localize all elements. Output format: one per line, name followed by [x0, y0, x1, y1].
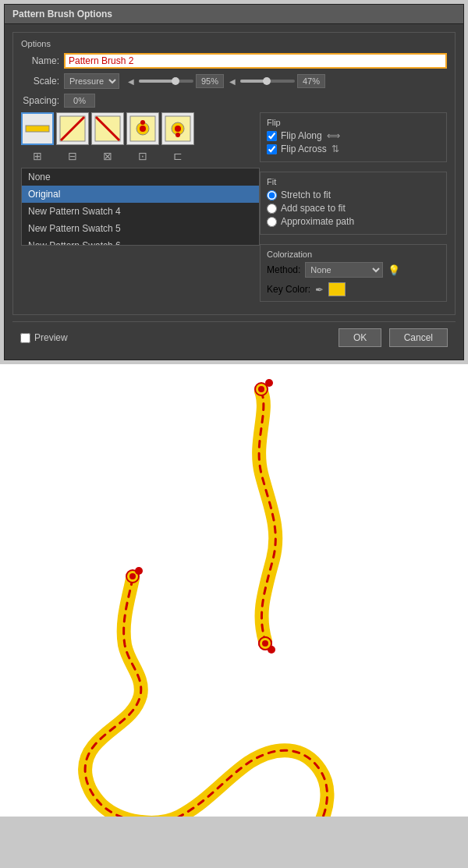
ok-button[interactable]: OK: [339, 328, 381, 347]
name-input[interactable]: [64, 53, 447, 69]
fit-addspace-radio[interactable]: [267, 204, 277, 214]
flip-across-checkbox[interactable]: [267, 144, 277, 154]
flip-along-row: Flip Along ⟺: [267, 130, 440, 141]
svg-rect-0: [26, 126, 49, 132]
method-label: Method:: [267, 264, 300, 275]
scale-row: Scale: Pressure Fixed ◀ ◀: [21, 73, 447, 89]
flip-across-icon[interactable]: ⇅: [332, 143, 339, 154]
icon-btn-3[interactable]: ⊠: [91, 147, 124, 165]
flip-across-label: Flip Across: [281, 143, 327, 154]
tile-3[interactable]: [91, 112, 124, 145]
svg-point-15: [265, 379, 273, 387]
pattern-list[interactable]: None Original New Pattern Swatch 4 New P…: [21, 168, 260, 246]
cancel-button[interactable]: Cancel: [389, 328, 448, 347]
list-item-swatch5[interactable]: New Pattern Swatch 5: [22, 220, 259, 237]
flip-along-checkbox[interactable]: [267, 131, 277, 141]
dialog-title: Pattern Brush Options: [5, 5, 463, 24]
scale-label: Scale:: [21, 76, 64, 87]
fit-label: Fit: [267, 177, 440, 186]
icon-btn-1[interactable]: ⊞: [21, 147, 54, 165]
list-item-swatch4[interactable]: New Pattern Swatch 4: [22, 203, 259, 220]
svg-point-21: [135, 567, 143, 575]
method-select[interactable]: None Tints Tints and Shades Hue Shift: [305, 262, 383, 278]
svg-point-26: [262, 640, 268, 647]
brush-illustration: [0, 364, 468, 817]
canvas-area: [0, 364, 468, 817]
method-row: Method: None Tints Tints and Shades Hue …: [267, 262, 440, 278]
fit-section: Fit Stretch to fit Add space to fit Appr…: [260, 172, 447, 235]
tile-1[interactable]: [21, 112, 54, 145]
preview-checkbox[interactable]: [20, 333, 30, 343]
slider-track-2[interactable]: [240, 80, 295, 83]
fit-stretch-radio[interactable]: [267, 190, 277, 200]
left-panel: ⊞ ⊟ ⊠ ⊡ ⊏ None Original New Pattern Swat…: [21, 112, 260, 306]
flip-along-icon[interactable]: ⟺: [327, 130, 340, 141]
right-panel: Flip Flip Along ⟺ Flip Across ⇅: [260, 112, 447, 306]
list-item-swatch6[interactable]: New Pattern Swatch 6: [22, 237, 259, 246]
spacing-row: Spacing:: [21, 94, 447, 108]
fit-approximate-label: Approximate path: [281, 216, 354, 227]
key-color-label: Key Color:: [267, 284, 310, 295]
svg-point-7: [140, 126, 146, 132]
bottom-bar: Preview OK Cancel: [12, 321, 456, 352]
options-label: Options: [21, 39, 447, 48]
tip-icon[interactable]: 💡: [388, 264, 400, 276]
slider-track-1[interactable]: [139, 80, 193, 83]
icon-btn-4[interactable]: ⊡: [126, 147, 159, 165]
flip-along-label: Flip Along: [281, 130, 322, 141]
spacing-input[interactable]: [64, 94, 95, 108]
small-scale-icon-2: ◀: [229, 77, 236, 86]
scale-slider-2: ◀: [227, 74, 325, 88]
scale-method-select[interactable]: Pressure Fixed: [64, 73, 119, 89]
fit-addspace-label: Add space to fit: [281, 203, 346, 214]
svg-point-14: [258, 386, 264, 392]
options-section: Options Name: Scale: Pressure Fixed ◀: [12, 32, 456, 315]
scale-pct1-input[interactable]: [196, 74, 224, 88]
tile-2[interactable]: [56, 112, 89, 145]
tiles-row: [21, 112, 260, 145]
brush-area: ⊞ ⊟ ⊠ ⊡ ⊏ None Original New Pattern Swat…: [21, 112, 447, 306]
flip-across-row: Flip Across ⇅: [267, 143, 440, 154]
eyedropper-icon[interactable]: ✒: [315, 284, 324, 296]
tile-4[interactable]: [126, 112, 159, 145]
colorization-section: Colorization Method: None Tints Tints an…: [260, 244, 447, 302]
tile-5[interactable]: [161, 112, 194, 145]
icon-btn-2[interactable]: ⊟: [56, 147, 89, 165]
pattern-brush-dialog: Pattern Brush Options Options Name: Scal…: [4, 4, 464, 360]
key-color-swatch[interactable]: [328, 282, 346, 296]
fit-stretch: Stretch to fit: [267, 190, 440, 200]
dialog-buttons: OK Cancel: [334, 328, 448, 347]
list-item-original[interactable]: Original: [22, 186, 259, 203]
flip-section: Flip Flip Along ⟺ Flip Across ⇅: [260, 112, 447, 162]
small-scale-icon: ◀: [128, 77, 134, 86]
colorization-label: Colorization: [267, 250, 440, 259]
name-row: Name:: [21, 53, 447, 69]
name-label: Name:: [21, 55, 64, 66]
fit-stretch-label: Stretch to fit: [281, 190, 331, 200]
icon-btn-5[interactable]: ⊏: [161, 147, 194, 165]
svg-point-12: [176, 133, 180, 137]
scale-pct2-input[interactable]: [297, 74, 325, 88]
scale-slider-1: ◀: [126, 74, 224, 88]
svg-point-11: [175, 126, 181, 132]
flip-label: Flip: [267, 118, 440, 127]
preview-label: Preview: [34, 332, 68, 343]
icons-row: ⊞ ⊟ ⊠ ⊡ ⊏: [21, 147, 260, 165]
fit-approximate-radio[interactable]: [267, 217, 277, 227]
fit-approximate: Approximate path: [267, 216, 440, 227]
fit-addspace: Add space to fit: [267, 203, 440, 214]
key-color-row: Key Color: ✒: [267, 282, 440, 296]
svg-point-20: [129, 573, 136, 579]
svg-point-8: [140, 120, 145, 125]
preview-row: Preview: [20, 332, 68, 343]
spacing-label: Spacing:: [21, 95, 64, 106]
list-item-none[interactable]: None: [22, 168, 259, 186]
